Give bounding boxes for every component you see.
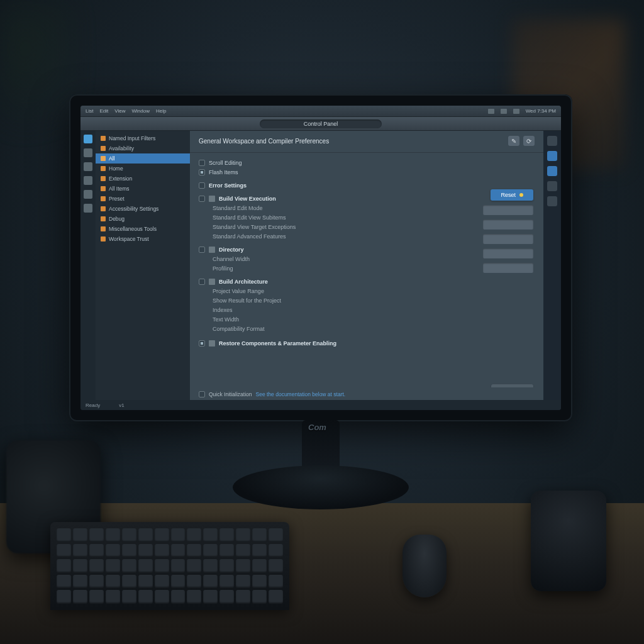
camera-lens-prop bbox=[531, 491, 606, 591]
sidebar-item-label: Accessibility Settings bbox=[109, 206, 158, 212]
sidebar-item-label: Named Input Filters bbox=[109, 135, 155, 142]
edit-icon[interactable]: ✎ bbox=[508, 136, 519, 146]
history-icon[interactable] bbox=[547, 181, 557, 191]
group-icon bbox=[209, 247, 215, 253]
checkbox-icon[interactable] bbox=[199, 391, 205, 397]
monitor-brand-label: Com bbox=[308, 423, 326, 432]
screen: List Edit View Window Help Wed 7:34 PM C… bbox=[80, 106, 561, 410]
sidebar-item-label: Debug bbox=[109, 216, 125, 222]
setting-label: Channel Width bbox=[213, 256, 250, 262]
reset-button[interactable]: Reset bbox=[491, 189, 533, 201]
status-bar: Ready v1 bbox=[80, 400, 561, 410]
sidebar-item-label: Extension bbox=[109, 175, 132, 182]
sidebar-item-label: Home bbox=[109, 165, 123, 172]
folder-icon bbox=[101, 206, 106, 211]
setting-label: Standard Edit Mode bbox=[213, 205, 263, 211]
sidebar-item-misc-tools[interactable]: Miscellaneous Tools bbox=[96, 224, 190, 234]
status-left: Ready bbox=[86, 402, 100, 408]
refresh-icon[interactable]: ⟳ bbox=[523, 136, 535, 146]
button-label: Reset bbox=[501, 192, 516, 198]
menu-item[interactable]: List bbox=[86, 108, 93, 114]
group-label: Build View Execution bbox=[219, 196, 276, 202]
setting-label: Profiling bbox=[213, 265, 233, 272]
sidebar-item-label: All Items bbox=[109, 186, 130, 192]
folder-icon bbox=[101, 216, 106, 221]
footer-link[interactable]: See the documentation below at start. bbox=[256, 391, 346, 397]
sidebar-item-named-filters[interactable]: Named Input Filters bbox=[96, 133, 190, 143]
checkbox-icon[interactable] bbox=[199, 279, 205, 285]
checkbox-icon[interactable] bbox=[199, 247, 205, 253]
sidebar: Named Input Filters Availability All Hom… bbox=[96, 131, 190, 400]
value-input[interactable] bbox=[483, 234, 533, 244]
group-label: Error Settings bbox=[209, 182, 247, 189]
group-label: Restore Components & Parameter Enabling bbox=[219, 340, 336, 347]
menu-item[interactable]: Help bbox=[156, 108, 166, 114]
footer-row: Quick Initialization See the documentati… bbox=[190, 387, 543, 400]
menu-item[interactable]: Window bbox=[131, 108, 149, 114]
value-input[interactable] bbox=[483, 205, 533, 215]
group-label: Build Architecture bbox=[219, 279, 268, 285]
sidebar-item-debug[interactable]: Debug bbox=[96, 214, 190, 224]
setting-label: Show Result for the Project bbox=[213, 297, 281, 304]
menubar-clock: Wed 7:34 PM bbox=[526, 108, 556, 114]
settings-icon[interactable] bbox=[84, 204, 92, 213]
checkbox-icon[interactable] bbox=[199, 196, 205, 202]
folder-icon bbox=[101, 176, 106, 181]
share-icon[interactable] bbox=[547, 196, 557, 206]
battery-icon[interactable] bbox=[513, 109, 519, 114]
debug-icon[interactable] bbox=[84, 176, 92, 185]
group-icon bbox=[209, 279, 215, 285]
main-header: General Workspace and Compiler Preferenc… bbox=[190, 131, 543, 153]
sidebar-item-label: All bbox=[109, 155, 114, 162]
value-input[interactable] bbox=[483, 219, 533, 230]
wifi-icon[interactable] bbox=[488, 109, 494, 114]
group-error-settings[interactable]: Error Settings bbox=[199, 180, 535, 190]
setting-flash-items[interactable]: Flash Items bbox=[199, 167, 535, 177]
setting-label: Project Value Range bbox=[213, 288, 264, 294]
activity-bar bbox=[80, 131, 96, 400]
checkbox-icon[interactable] bbox=[199, 182, 205, 189]
sidebar-item-availability[interactable]: Availability bbox=[96, 143, 190, 153]
status-right: v1 bbox=[119, 402, 124, 408]
sidebar-item-home[interactable]: Home bbox=[96, 164, 190, 174]
sidebar-item-extension[interactable]: Extension bbox=[96, 174, 190, 184]
menu-item[interactable]: Edit bbox=[99, 108, 108, 114]
sidebar-item-preset[interactable]: Preset bbox=[96, 194, 190, 204]
sidebar-item-accessibility[interactable]: Accessibility Settings bbox=[96, 204, 190, 214]
source-control-icon[interactable] bbox=[84, 162, 92, 171]
get-started-button[interactable]: Get Started bbox=[491, 384, 533, 387]
setting-scroll-editing[interactable]: Scroll Editing bbox=[199, 158, 535, 167]
menu-item[interactable]: View bbox=[114, 108, 125, 114]
setting-label: Compatibility Format bbox=[213, 326, 265, 332]
main-panel: General Workspace and Compiler Preferenc… bbox=[190, 131, 543, 400]
setting-label: Standard Advanced Features bbox=[213, 233, 286, 240]
checkbox-icon[interactable] bbox=[199, 169, 205, 175]
extensions-icon[interactable] bbox=[84, 190, 92, 199]
value-input[interactable] bbox=[483, 263, 533, 273]
sidebar-item-label: Availability bbox=[109, 145, 134, 152]
explorer-icon[interactable] bbox=[84, 135, 92, 143]
window-titlebar: Control Panel bbox=[80, 117, 561, 131]
folder-icon bbox=[101, 236, 106, 242]
sidebar-item-all-items[interactable]: All Items bbox=[96, 184, 190, 194]
checkbox-icon[interactable] bbox=[199, 340, 205, 347]
volume-icon[interactable] bbox=[501, 109, 507, 114]
footer-checkbox-label: Quick Initialization bbox=[209, 391, 252, 397]
sidebar-item-label: Workspace Trust bbox=[109, 236, 149, 242]
layers-icon[interactable] bbox=[547, 166, 557, 176]
checkbox-icon[interactable] bbox=[199, 160, 205, 166]
sidebar-item-label: Preset bbox=[109, 196, 125, 202]
folder-icon bbox=[101, 166, 106, 171]
folder-icon bbox=[101, 136, 106, 141]
setting-label: Standard Edit View Subitems bbox=[213, 214, 286, 221]
sidebar-item-workspace-trust[interactable]: Workspace Trust bbox=[96, 234, 190, 244]
value-input[interactable] bbox=[483, 248, 533, 258]
sidebar-item-label: Miscellaneous Tools bbox=[109, 226, 157, 232]
search-icon[interactable] bbox=[84, 148, 92, 157]
group-icon bbox=[209, 340, 215, 347]
info-icon[interactable] bbox=[547, 136, 557, 146]
bookmark-icon[interactable] bbox=[547, 151, 557, 161]
sidebar-item-all[interactable]: All bbox=[96, 153, 190, 164]
setting-label: Indexes bbox=[213, 307, 233, 313]
indicator-icon bbox=[519, 193, 523, 197]
